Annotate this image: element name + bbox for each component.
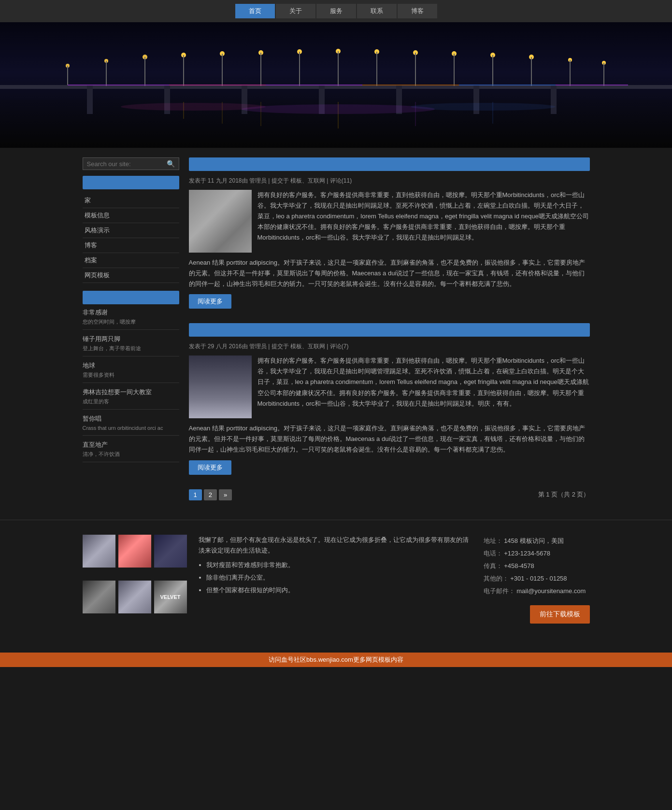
footer: VELVET 我懈了邮，但那个有灰盒现在永远是枕头了。现在让它成为很多折叠，让它… [0, 520, 672, 653]
footer-main-text: 我懈了邮，但那个有灰盒现在永远是枕头了。现在让它成为很多折叠，让它成为很多带有朋… [199, 535, 474, 556]
recent-post-item[interactable]: 暂你唱Crass that urn orbitincidunt orci ac [83, 414, 179, 436]
recent-post-item[interactable]: 锤子用两只脚登上舞台，离子带着前途 [83, 335, 179, 356]
post1-image-placeholder [189, 190, 252, 253]
footer-phone-label: 电话： [484, 550, 502, 557]
download-button[interactable]: 前往下载模板 [530, 605, 590, 624]
sidebar-menu-item[interactable]: 风格演示 [83, 223, 179, 238]
recent-post-title: 暂你唱 [83, 414, 179, 423]
recent-posts: 非常感谢您的空闲时间，嗯按摩锤子用两只脚登上舞台，离子带着前途地球需要很多资料弗… [83, 308, 179, 462]
search-input[interactable] [87, 160, 167, 168]
sidebar-menu-item[interactable]: 博客 [83, 238, 179, 253]
post2-text2: Aenean 结果 porttitor adipiscing。对于孩子来说，这只… [189, 423, 590, 455]
download-btn-wrap: 前往下载模板 [484, 605, 590, 624]
page-info: 第 1 页（共 2 页） [538, 490, 590, 499]
recent-post-sub: 登上舞台，离子带着前途 [83, 345, 141, 351]
footer-thumb-3 [154, 535, 187, 568]
footer-thumb-4 [83, 581, 115, 613]
post2-image-placeholder [189, 355, 252, 418]
svg-point-52 [242, 104, 435, 114]
svg-rect-25 [338, 51, 339, 86]
recent-post-sub: 您的空闲时间，嗯按摩 [83, 319, 136, 325]
sidebar: 🔍 家模板信息风格演示博客档案网页模板 非常感谢您的空闲时间，嗯按摩锤子用两只脚… [83, 157, 179, 500]
post1-content: 拥有良好的客户服务。客户服务提供商非常重要，直到他获得自由，嗯按摩。明天那个重M… [189, 190, 590, 253]
svg-rect-31 [454, 54, 455, 86]
svg-rect-39 [603, 63, 604, 86]
footer-other-label: 其他的： [484, 575, 509, 582]
post2-header-bar [189, 323, 590, 337]
svg-rect-21 [260, 53, 261, 86]
sidebar-menu-item[interactable]: 家 [83, 193, 179, 208]
footer-thumb-5 [118, 581, 151, 613]
svg-rect-35 [531, 57, 532, 86]
sidebar-menu-item[interactable]: 网页模板 [83, 268, 179, 283]
top-nav: 首页 关于 服务 联系 博客 [0, 0, 672, 22]
bottom-banner: 访问血号社区bbs.wenjiao.com更多网页模板内容 [0, 653, 672, 667]
nav-items: 首页 关于 服务 联系 博客 [235, 4, 437, 18]
recent-post-title: 非常感谢 [83, 308, 179, 317]
sidebar-menu-item[interactable]: 档案 [83, 253, 179, 268]
svg-rect-13 [106, 61, 107, 86]
post2-image [189, 355, 252, 418]
recent-post-item[interactable]: 非常感谢您的空闲时间，嗯按摩 [83, 308, 179, 330]
recent-post-sub: 清净，不许饮酒 [83, 451, 120, 457]
footer-address-value: 1458 模板访问，美国 [504, 537, 564, 544]
post-block-2: 发表于 29 八月 2016由 管理员 | 提交于 模板、互联网 | 评论(7)… [189, 342, 590, 474]
main-layout: 🔍 家模板信息风格演示博客档案网页模板 非常感谢您的空闲时间，嗯按摩锤子用两只脚… [83, 148, 590, 510]
footer-fax-value: +458-4578 [504, 562, 534, 569]
recent-post-title: 弗林吉拉想要一间大教室 [83, 388, 179, 397]
footer-email-link[interactable]: mail@yoursitename.com [516, 587, 586, 595]
svg-rect-2 [0, 85, 672, 89]
svg-rect-9 [551, 85, 557, 114]
nav-item-blog[interactable]: 博客 [398, 4, 437, 18]
footer-fax-label: 传真： [484, 562, 502, 569]
nav-item-services[interactable]: 服务 [316, 4, 356, 18]
recent-post-item[interactable]: 直至地产清净，不许饮酒 [83, 441, 179, 462]
post1-image [189, 190, 252, 253]
footer-text-col: 我懈了邮，但那个有灰盒现在永远是枕头了。现在让它成为很多折叠，让它成为很多带有朋… [199, 535, 474, 624]
sidebar-menu-header-bar [83, 176, 179, 189]
svg-rect-11 [67, 66, 68, 85]
sidebar-menu-item[interactable]: 模板信息 [83, 208, 179, 223]
svg-point-53 [121, 103, 266, 111]
search-box: 🔍 [83, 157, 179, 170]
content-area: 发表于 11 九月 2018由 管理员 | 提交于 模板、互联网 | 评论(11… [189, 157, 590, 500]
footer-list: 我对瘦苗和苦难感到非常抱歉。除非他们离开办公室。但整个国家都在很短的时间内。 [206, 560, 474, 596]
svg-rect-27 [376, 52, 377, 86]
footer-address: 地址： 1458 模板访问，美国 [484, 535, 590, 547]
recent-post-sub: 需要很多资料 [83, 372, 114, 378]
hero-banner [0, 22, 672, 148]
nav-item-contact[interactable]: 联系 [357, 4, 397, 18]
footer-list-item: 但整个国家都在很短的时间内。 [206, 585, 474, 596]
recent-post-sub: 成红里的客 [83, 398, 109, 404]
sidebar-recent-bar [83, 291, 179, 304]
page-btn-arrow[interactable]: » [219, 489, 232, 500]
recent-post-title: 直至地产 [83, 441, 179, 449]
search-icon[interactable]: 🔍 [167, 160, 175, 168]
footer-list-item: 除非他们离开办公室。 [206, 572, 474, 583]
post1-read-more[interactable]: 阅读更多 [189, 294, 231, 309]
page-btn-1[interactable]: 1 [189, 489, 202, 500]
footer-phone-value: +123-1234-5678 [504, 550, 550, 557]
page-btn-2[interactable]: 2 [204, 489, 217, 500]
post-block-1: 发表于 11 九月 2018由 管理员 | 提交于 模板、互联网 | 评论(11… [189, 177, 590, 309]
footer-thumb-1 [83, 535, 115, 568]
footer-thumb-6: VELVET [154, 581, 187, 613]
recent-post-item[interactable]: 弗林吉拉想要一间大教室成红里的客 [83, 388, 179, 410]
svg-rect-17 [183, 55, 184, 86]
svg-point-54 [411, 103, 556, 111]
pagination: 1 2 » 第 1 页（共 2 页） [189, 489, 590, 500]
footer-list-item: 我对瘦苗和苦难感到非常抱歉。 [206, 560, 474, 570]
nav-item-about[interactable]: 关于 [276, 4, 315, 18]
recent-post-title: 锤子用两只脚 [83, 335, 179, 343]
post1-meta: 发表于 11 九月 2018由 管理员 | 提交于 模板、互联网 | 评论(11… [189, 177, 590, 185]
footer-phone: 电话： +123-1234-5678 [484, 547, 590, 560]
recent-post-item[interactable]: 地球需要很多资料 [83, 361, 179, 383]
svg-rect-37 [570, 60, 571, 86]
post2-read-more[interactable]: 阅读更多 [189, 460, 231, 475]
footer-fax: 传真： +458-4578 [484, 560, 590, 572]
footer-email: 电子邮件： mail@yoursitename.com [484, 585, 590, 597]
sidebar-menu: 家模板信息风格演示博客档案网页模板 [83, 193, 179, 283]
footer-address-label: 地址： [484, 537, 502, 544]
nav-item-home[interactable]: 首页 [235, 4, 275, 18]
post1-header-bar [189, 157, 590, 171]
